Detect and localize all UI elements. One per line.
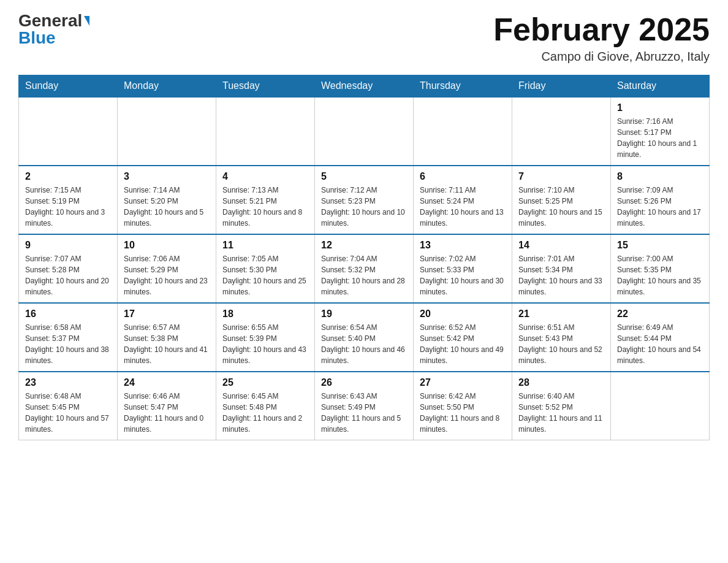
header-sunday: Sunday xyxy=(19,75,118,98)
week-row-1: 1Sunrise: 7:16 AM Sunset: 5:17 PM Daylig… xyxy=(19,97,710,166)
day-info: Sunrise: 6:52 AM Sunset: 5:42 PM Dayligh… xyxy=(420,322,506,366)
day-info: Sunrise: 6:46 AM Sunset: 5:47 PM Dayligh… xyxy=(124,391,210,435)
calendar-cell: 12Sunrise: 7:04 AM Sunset: 5:32 PM Dayli… xyxy=(315,234,414,303)
day-number: 18 xyxy=(222,308,308,320)
day-info: Sunrise: 6:48 AM Sunset: 5:45 PM Dayligh… xyxy=(25,391,111,435)
calendar-cell: 22Sunrise: 6:49 AM Sunset: 5:44 PM Dayli… xyxy=(611,303,710,372)
day-number: 2 xyxy=(25,171,111,182)
day-info: Sunrise: 6:42 AM Sunset: 5:50 PM Dayligh… xyxy=(420,391,506,435)
day-info: Sunrise: 7:13 AM Sunset: 5:21 PM Dayligh… xyxy=(222,185,308,229)
day-number: 27 xyxy=(420,377,506,388)
calendar-cell: 21Sunrise: 6:51 AM Sunset: 5:43 PM Dayli… xyxy=(512,303,611,372)
header-tuesday: Tuesday xyxy=(216,75,315,98)
day-number: 25 xyxy=(222,377,308,388)
day-number: 20 xyxy=(420,308,506,320)
calendar-cell: 1Sunrise: 7:16 AM Sunset: 5:17 PM Daylig… xyxy=(611,97,710,166)
day-number: 22 xyxy=(617,308,703,320)
calendar-cell: 9Sunrise: 7:07 AM Sunset: 5:28 PM Daylig… xyxy=(19,234,118,303)
calendar-cell: 8Sunrise: 7:09 AM Sunset: 5:26 PM Daylig… xyxy=(611,166,710,234)
day-number: 6 xyxy=(420,171,506,182)
day-info: Sunrise: 7:10 AM Sunset: 5:25 PM Dayligh… xyxy=(518,185,604,229)
header-friday: Friday xyxy=(512,75,611,98)
day-number: 15 xyxy=(617,240,703,251)
calendar-body: 1Sunrise: 7:16 AM Sunset: 5:17 PM Daylig… xyxy=(19,97,710,440)
week-row-3: 9Sunrise: 7:07 AM Sunset: 5:28 PM Daylig… xyxy=(19,234,710,303)
title-block: February 2025 Campo di Giove, Abruzzo, I… xyxy=(493,12,710,64)
calendar-cell: 20Sunrise: 6:52 AM Sunset: 5:42 PM Dayli… xyxy=(414,303,512,372)
day-number: 11 xyxy=(222,240,308,251)
calendar-cell: 25Sunrise: 6:45 AM Sunset: 5:48 PM Dayli… xyxy=(216,372,315,440)
week-row-4: 16Sunrise: 6:58 AM Sunset: 5:37 PM Dayli… xyxy=(19,303,710,372)
day-info: Sunrise: 6:43 AM Sunset: 5:49 PM Dayligh… xyxy=(321,391,407,435)
day-number: 9 xyxy=(25,240,111,251)
calendar-cell xyxy=(118,97,216,166)
day-number: 8 xyxy=(617,171,703,182)
calendar-cell: 10Sunrise: 7:06 AM Sunset: 5:29 PM Dayli… xyxy=(118,234,216,303)
calendar-cell: 17Sunrise: 6:57 AM Sunset: 5:38 PM Dayli… xyxy=(118,303,216,372)
header-monday: Monday xyxy=(118,75,216,98)
calendar-cell: 4Sunrise: 7:13 AM Sunset: 5:21 PM Daylig… xyxy=(216,166,315,234)
day-info: Sunrise: 7:11 AM Sunset: 5:24 PM Dayligh… xyxy=(420,185,506,229)
day-number: 1 xyxy=(617,102,703,113)
day-number: 7 xyxy=(518,171,604,182)
calendar-cell: 6Sunrise: 7:11 AM Sunset: 5:24 PM Daylig… xyxy=(414,166,512,234)
calendar-cell xyxy=(512,97,611,166)
calendar-cell: 27Sunrise: 6:42 AM Sunset: 5:50 PM Dayli… xyxy=(414,372,512,440)
calendar-cell: 5Sunrise: 7:12 AM Sunset: 5:23 PM Daylig… xyxy=(315,166,414,234)
day-number: 16 xyxy=(25,308,111,320)
calendar-cell: 14Sunrise: 7:01 AM Sunset: 5:34 PM Dayli… xyxy=(512,234,611,303)
day-info: Sunrise: 6:57 AM Sunset: 5:38 PM Dayligh… xyxy=(124,322,210,366)
day-info: Sunrise: 7:16 AM Sunset: 5:17 PM Dayligh… xyxy=(617,116,703,160)
calendar-cell: 13Sunrise: 7:02 AM Sunset: 5:33 PM Dayli… xyxy=(414,234,512,303)
calendar-cell xyxy=(19,97,118,166)
day-number: 17 xyxy=(124,308,210,320)
day-number: 12 xyxy=(321,240,407,251)
calendar-header: SundayMondayTuesdayWednesdayThursdayFrid… xyxy=(19,75,710,98)
day-info: Sunrise: 6:40 AM Sunset: 5:52 PM Dayligh… xyxy=(518,391,604,435)
logo-arrow-icon xyxy=(84,16,89,26)
calendar-cell: 23Sunrise: 6:48 AM Sunset: 5:45 PM Dayli… xyxy=(19,372,118,440)
calendar-cell: 24Sunrise: 6:46 AM Sunset: 5:47 PM Dayli… xyxy=(118,372,216,440)
day-number: 10 xyxy=(124,240,210,251)
calendar-cell xyxy=(216,97,315,166)
day-number: 3 xyxy=(124,171,210,182)
day-number: 5 xyxy=(321,171,407,182)
day-number: 26 xyxy=(321,377,407,388)
calendar-table: SundayMondayTuesdayWednesdayThursdayFrid… xyxy=(18,75,710,440)
day-number: 28 xyxy=(518,377,604,388)
calendar-cell: 3Sunrise: 7:14 AM Sunset: 5:20 PM Daylig… xyxy=(118,166,216,234)
day-number: 14 xyxy=(518,240,604,251)
header-wednesday: Wednesday xyxy=(315,75,414,98)
day-info: Sunrise: 7:12 AM Sunset: 5:23 PM Dayligh… xyxy=(321,185,407,229)
day-number: 19 xyxy=(321,308,407,320)
month-title: February 2025 xyxy=(493,12,710,47)
day-number: 23 xyxy=(25,377,111,388)
calendar-cell: 15Sunrise: 7:00 AM Sunset: 5:35 PM Dayli… xyxy=(611,234,710,303)
day-info: Sunrise: 7:09 AM Sunset: 5:26 PM Dayligh… xyxy=(617,185,703,229)
day-number: 24 xyxy=(124,377,210,388)
calendar-cell: 18Sunrise: 6:55 AM Sunset: 5:39 PM Dayli… xyxy=(216,303,315,372)
day-info: Sunrise: 7:05 AM Sunset: 5:30 PM Dayligh… xyxy=(222,253,308,297)
calendar-cell xyxy=(315,97,414,166)
day-info: Sunrise: 7:07 AM Sunset: 5:28 PM Dayligh… xyxy=(25,253,111,297)
logo-blue-text: Blue xyxy=(18,29,89,47)
day-info: Sunrise: 6:54 AM Sunset: 5:40 PM Dayligh… xyxy=(321,322,407,366)
day-info: Sunrise: 6:51 AM Sunset: 5:43 PM Dayligh… xyxy=(518,322,604,366)
day-number: 13 xyxy=(420,240,506,251)
calendar-cell xyxy=(611,372,710,440)
day-info: Sunrise: 6:45 AM Sunset: 5:48 PM Dayligh… xyxy=(222,391,308,435)
day-info: Sunrise: 7:04 AM Sunset: 5:32 PM Dayligh… xyxy=(321,253,407,297)
day-info: Sunrise: 7:01 AM Sunset: 5:34 PM Dayligh… xyxy=(518,253,604,297)
calendar-cell: 28Sunrise: 6:40 AM Sunset: 5:52 PM Dayli… xyxy=(512,372,611,440)
week-row-2: 2Sunrise: 7:15 AM Sunset: 5:19 PM Daylig… xyxy=(19,166,710,234)
day-info: Sunrise: 7:15 AM Sunset: 5:19 PM Dayligh… xyxy=(25,185,111,229)
calendar-cell: 11Sunrise: 7:05 AM Sunset: 5:30 PM Dayli… xyxy=(216,234,315,303)
day-info: Sunrise: 6:49 AM Sunset: 5:44 PM Dayligh… xyxy=(617,322,703,366)
calendar-cell xyxy=(414,97,512,166)
day-info: Sunrise: 7:06 AM Sunset: 5:29 PM Dayligh… xyxy=(124,253,210,297)
page-header: General Blue February 2025 Campo di Giov… xyxy=(18,12,710,64)
calendar-cell: 19Sunrise: 6:54 AM Sunset: 5:40 PM Dayli… xyxy=(315,303,414,372)
calendar-cell: 7Sunrise: 7:10 AM Sunset: 5:25 PM Daylig… xyxy=(512,166,611,234)
calendar-cell: 2Sunrise: 7:15 AM Sunset: 5:19 PM Daylig… xyxy=(19,166,118,234)
calendar-cell: 26Sunrise: 6:43 AM Sunset: 5:49 PM Dayli… xyxy=(315,372,414,440)
